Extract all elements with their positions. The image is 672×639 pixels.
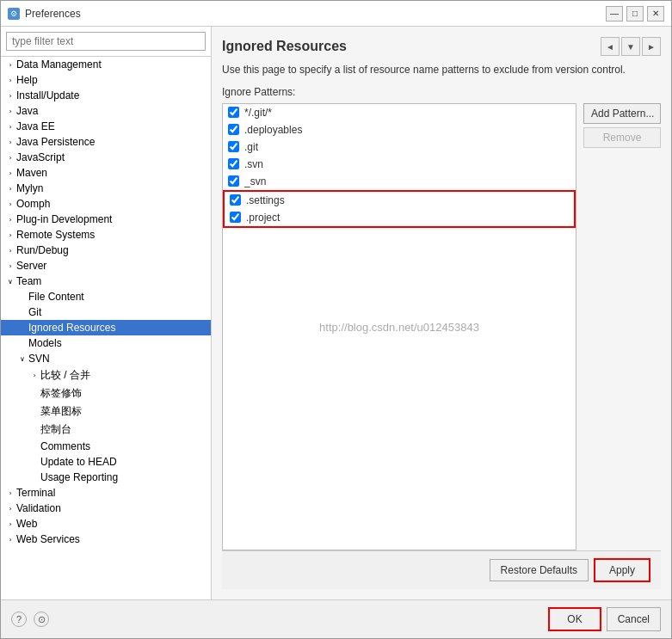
apply-button[interactable]: Apply [594, 558, 650, 582]
sidebar-item-update-to-head[interactable]: Update to HEAD [1, 454, 211, 470]
tree-arrow-java: › [4, 105, 16, 117]
cancel-button[interactable]: Cancel [607, 607, 661, 631]
nav-dropdown-button[interactable]: ▼ [621, 37, 640, 56]
maximize-button[interactable]: □ [626, 6, 644, 22]
sidebar-item-java[interactable]: ›Java [1, 103, 211, 119]
pattern-checkbox-deployables[interactable] [228, 124, 239, 135]
tree-label-mylyn: Mylyn [16, 182, 207, 194]
sidebar-item-web[interactable]: ›Web [1, 516, 211, 531]
nav-back-button[interactable]: ◄ [601, 37, 620, 56]
help-icon[interactable]: ? [11, 611, 27, 627]
pattern-item-svn-under[interactable]: _svn [223, 173, 576, 190]
patterns-list: http://blog.csdn.net/u012453843 */.git/*… [222, 103, 576, 550]
minimize-button[interactable]: — [606, 6, 623, 22]
sidebar-item-remote-systems[interactable]: ›Remote Systems [1, 227, 211, 243]
sidebar-item-oomph[interactable]: ›Oomph [1, 196, 211, 212]
sidebar-item-menu-icon[interactable]: 菜单图标 [1, 402, 211, 421]
sidebar-item-compare-merge[interactable]: ›比较 / 合并 [1, 366, 211, 384]
tree-arrow-usage-reporting [28, 471, 40, 483]
tree-arrow-oomph: › [4, 198, 16, 210]
pattern-item-settings[interactable]: .settings [225, 192, 574, 209]
tree-arrow-comments [28, 440, 40, 452]
pattern-checkbox-settings[interactable] [230, 194, 241, 206]
panel-header: Ignored Resources ◄ ▼ ► [222, 37, 661, 56]
pattern-checkbox-git[interactable] [228, 141, 239, 152]
title-bar-controls: — □ ✕ [606, 6, 664, 22]
tree-arrow-java-persistence: › [4, 136, 16, 148]
sidebar-item-ignored-resources[interactable]: Ignored Resources [1, 320, 211, 335]
footer-buttons: OK Cancel [548, 607, 661, 631]
restore-defaults-button[interactable]: Restore Defaults [490, 559, 589, 581]
footer-icons: ? ⊙ [11, 611, 49, 627]
close-button[interactable]: ✕ [647, 6, 664, 22]
pattern-checkbox-git-all[interactable] [228, 107, 239, 118]
pattern-item-git[interactable]: .git [223, 138, 576, 156]
pattern-checkbox-svn-under[interactable] [228, 175, 239, 187]
highlighted-group: .settings.project [223, 190, 576, 228]
sidebar-item-models[interactable]: Models [1, 335, 211, 351]
sidebar-item-run-debug[interactable]: ›Run/Debug [1, 243, 211, 258]
tree-arrow-git [16, 306, 28, 318]
sidebar-item-java-ee[interactable]: ›Java EE [1, 119, 211, 134]
search-input[interactable] [6, 32, 206, 51]
sidebar-item-javascript[interactable]: ›JavaScript [1, 150, 211, 165]
sidebar-item-terminal[interactable]: ›Terminal [1, 485, 211, 501]
sidebar-item-validation[interactable]: ›Validation [1, 501, 211, 516]
pattern-item-svn[interactable]: .svn [223, 156, 576, 173]
pattern-item-git-all[interactable]: */.git/* [223, 104, 576, 121]
add-pattern-button[interactable]: Add Pattern... [583, 103, 661, 124]
tree-arrow-compare-merge: › [28, 370, 40, 382]
tree-arrow-remote-systems: › [4, 229, 16, 241]
tree-arrow-menu-icon [28, 406, 40, 418]
tree-arrow-web-services: › [4, 533, 16, 545]
window-icon: ⚙ [8, 8, 20, 20]
sidebar-item-plugin-development[interactable]: ›Plug-in Development [1, 212, 211, 227]
tree-arrow-web: › [4, 518, 16, 530]
tree-arrow-java-ee: › [4, 120, 16, 132]
tree-arrow-data-management: › [4, 58, 16, 71]
tree-label-svn: SVN [28, 353, 207, 365]
pattern-item-project[interactable]: .project [225, 209, 574, 226]
pattern-text-settings: .settings [246, 194, 285, 206]
tree-label-models: Models [28, 337, 207, 349]
sidebar-item-web-services[interactable]: ›Web Services [1, 531, 211, 547]
tree-label-install-update: Install/Update [16, 89, 207, 101]
main-content: ›Data Management›Help›Install/Update›Jav… [1, 27, 671, 599]
pattern-checkbox-project[interactable] [230, 212, 241, 223]
tree-arrow-validation: › [4, 502, 16, 514]
tree-arrow-update-to-head [28, 456, 40, 468]
tree-arrow-server: › [4, 260, 16, 272]
sidebar-item-help[interactable]: ›Help [1, 72, 211, 88]
pattern-text-project: .project [246, 212, 280, 224]
sidebar-item-label-decoration[interactable]: 标签修饰 [1, 384, 211, 402]
sidebar-item-java-persistence[interactable]: ›Java Persistence [1, 134, 211, 150]
nav-forward-button[interactable]: ► [642, 37, 661, 56]
pattern-text-deployables: .deployables [244, 124, 302, 136]
sidebar-item-usage-reporting[interactable]: Usage Reporting [1, 470, 211, 485]
pattern-item-deployables[interactable]: .deployables [223, 121, 576, 138]
tree-label-compare-merge: 比较 / 合并 [40, 368, 207, 383]
sidebar-item-maven[interactable]: ›Maven [1, 165, 211, 181]
sidebar-item-comments[interactable]: Comments [1, 439, 211, 454]
panel-title: Ignored Resources [222, 39, 347, 54]
patterns-area: http://blog.csdn.net/u012453843 */.git/*… [222, 103, 661, 550]
tree-label-java-ee: Java EE [16, 120, 207, 132]
search-box [1, 27, 211, 57]
remove-button[interactable]: Remove [583, 127, 661, 148]
sidebar-item-git[interactable]: Git [1, 304, 211, 320]
tree-label-ignored-resources: Ignored Resources [28, 322, 207, 334]
sidebar-item-install-update[interactable]: ›Install/Update [1, 88, 211, 103]
sidebar-item-mylyn[interactable]: ›Mylyn [1, 181, 211, 196]
sidebar-item-file-content[interactable]: File Content [1, 289, 211, 304]
ok-button[interactable]: OK [548, 607, 601, 631]
info-icon[interactable]: ⊙ [34, 611, 49, 627]
sidebar-item-svn[interactable]: ∨SVN [1, 351, 211, 366]
sidebar-item-data-management[interactable]: ›Data Management [1, 57, 211, 72]
tree: ›Data Management›Help›Install/Update›Jav… [1, 57, 211, 599]
tree-arrow-mylyn: › [4, 182, 16, 194]
pattern-checkbox-svn[interactable] [228, 158, 239, 169]
sidebar-item-team[interactable]: ∨Team [1, 273, 211, 289]
sidebar-item-console[interactable]: 控制台 [1, 421, 211, 439]
window-title: Preferences [25, 8, 81, 20]
sidebar-item-server[interactable]: ›Server [1, 258, 211, 273]
